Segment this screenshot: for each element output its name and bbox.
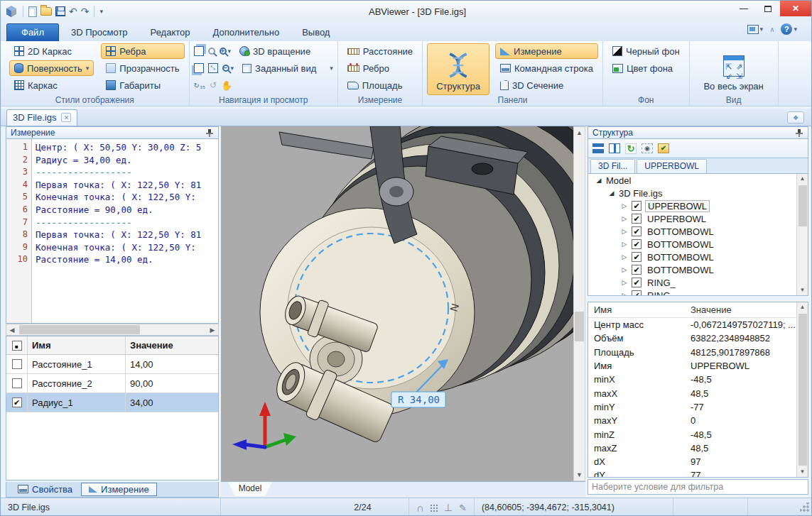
scroll-thumb[interactable] [799,314,807,466]
fit-view-icon[interactable]: ⤡ [208,63,218,73]
property-row[interactable]: minZ -48,5 [588,427,808,441]
rotate-35-icon[interactable]: ↻₃₅ [194,82,205,89]
scroll-down-icon[interactable]: ▼ [800,467,806,477]
close-document-icon[interactable]: ✕ [61,113,71,122]
expander-icon[interactable]: ▷ [621,266,628,273]
tree-node-part[interactable]: ▷ BOTTOMBOWL [588,263,808,276]
pin-icon[interactable] [795,128,803,137]
tab-measuring[interactable]: Измерение [81,483,157,496]
background-color-button[interactable]: Цвет фона [607,60,685,76]
minimize-button[interactable]: — [732,1,756,16]
zoom-window-icon[interactable] [208,48,215,55]
ribbon-tab[interactable]: Вывод [291,23,340,41]
tab-list-chevron-icon[interactable]: ❖ [787,111,804,123]
visibility-checkbox[interactable] [632,201,642,211]
scroll-left-icon[interactable]: ◀ [6,326,18,334]
views-icon[interactable] [194,63,204,73]
scroll-down-icon[interactable]: ▼ [576,469,583,481]
measurement-row[interactable]: Расстояние_1 14,00 [6,355,218,374]
visibility-checkbox[interactable] [632,214,642,224]
split-horizontal-icon[interactable] [592,143,604,153]
ribbon-tab[interactable]: Дополнительно [202,23,291,41]
document-tab[interactable]: 3D File.igs ✕ [6,109,77,126]
tree-node-part[interactable]: ▷ RING_ [588,276,808,289]
scroll-right-icon[interactable]: ▶ [207,326,218,334]
command-line-button[interactable]: Командная строка [495,60,598,76]
expander-icon[interactable]: ▷ [621,253,628,260]
copy-view-icon[interactable] [194,46,204,56]
property-row[interactable]: Площадь 48125,9017897868 [588,346,808,359]
scroll-thumb[interactable] [19,325,140,334]
edge-button[interactable]: Ребро [342,60,418,76]
scroll-thumb[interactable] [575,312,584,341]
visibility-checkbox[interactable] [632,290,642,296]
measurement-log[interactable]: 12345678910 Центр: ( X: 50,50 Y: 30,00 Z… [6,139,219,324]
scroll-thumb[interactable] [799,185,807,226]
filter-input[interactable] [588,479,808,495]
visibility-checkbox[interactable] [632,226,642,236]
measurement-row[interactable]: Радиус_1 34,00 [6,393,218,412]
row-checkbox[interactable] [12,359,22,369]
show-selected-icon[interactable]: ◉ [642,143,653,153]
transparency-button[interactable]: Прозрачность [101,60,184,76]
tree-node-part[interactable]: ▷ BOTTOMBOWL [588,238,808,251]
help-icon[interactable]: ?▾ [781,23,797,35]
select-entities-icon[interactable]: ✔ [658,143,669,153]
ribbon-tab[interactable]: 3D Просмотр [60,23,139,41]
tree-node-part[interactable]: ▷ BOTTOMBOWL [588,225,808,238]
property-row[interactable]: Имя UPPERBOWL [588,359,808,373]
open-file-icon[interactable] [40,7,52,16]
scroll-up-icon[interactable]: ▲ [576,127,583,138]
section-3d-button[interactable]: 3D Сечение [495,77,598,93]
maximize-button[interactable] [756,1,780,16]
measurement-hscrollbar[interactable]: ◀ ▶ [6,324,219,336]
visibility-checkbox[interactable] [632,252,642,262]
redo-icon[interactable]: ↷ [81,6,90,16]
close-button[interactable]: ✕ [780,1,811,16]
ribbon-tab[interactable]: Файл [6,23,59,41]
3d-viewport[interactable]: N R 34,00 [221,126,573,481]
black-background-button[interactable]: Черный фон [607,43,685,59]
tree-node-part[interactable]: ▷ UPPERBOWL [588,212,808,225]
surface-dropdown-icon[interactable]: ▾ [86,65,90,72]
expander-icon[interactable]: ◢ [608,190,615,197]
expander-icon[interactable]: ▷ [621,241,628,248]
structure-button[interactable]: Структура [427,43,489,95]
model-tab[interactable]: Model [228,482,272,496]
property-row[interactable]: maxZ 48,5 [588,441,808,455]
crumb-file[interactable]: 3D Fil... [590,159,635,173]
wireframe-button[interactable]: Каркас [9,77,94,93]
expander-icon[interactable]: ▷ [621,202,628,209]
ribbon-display-options-icon[interactable]: ▾ [747,25,764,34]
save-icon[interactable] [55,6,65,16]
ortho-icon[interactable]: ⊥ [444,502,453,513]
property-row[interactable]: dY 77 [588,468,808,478]
collapse-ribbon-icon[interactable]: ∧ [769,26,774,33]
edges-button[interactable]: Ребра [101,43,184,59]
brush-icon[interactable]: ✎ [459,503,467,513]
expander-icon[interactable]: ▷ [621,228,628,235]
select-all-checkbox[interactable] [12,341,22,351]
properties-vscrollbar[interactable]: ▲ ▼ [796,302,808,477]
tree-node-part[interactable]: ▷ BOTTOMBOWL [588,251,808,263]
fullscreen-button[interactable]: ⇱ ⇗⇙ ⇲ Во весь экран [700,43,768,95]
measuring-panel-button[interactable]: Измерение [495,43,598,59]
tree-node-model[interactable]: ◢ Model [588,174,808,187]
property-row[interactable]: Объём 63822,2348948852 [588,331,808,345]
property-row[interactable]: dX 97 [588,455,808,468]
viewport-vscrollbar[interactable]: ▲ ▼ [573,126,585,481]
property-row[interactable]: minY -77 [588,400,808,414]
tab-properties[interactable]: Свойства [11,483,80,496]
tree-vscrollbar[interactable]: ▲ ▼ [796,174,808,295]
visibility-checkbox[interactable] [632,265,642,275]
wireframe-2d-button[interactable]: 2D Каркас [9,43,94,59]
resize-grip[interactable] [800,503,810,512]
property-row[interactable]: maxX 48,5 [588,386,808,400]
area-button[interactable]: Площадь [342,77,418,93]
visibility-checkbox[interactable] [632,239,642,249]
expander-icon[interactable]: ▷ [621,215,628,222]
tree-node-part[interactable]: ▷ RING_ [588,289,808,296]
tree-node-part[interactable]: ▷ UPPERBOWL [588,199,808,212]
pin-icon[interactable] [205,128,214,137]
bounds-button[interactable]: Габариты [101,77,184,93]
